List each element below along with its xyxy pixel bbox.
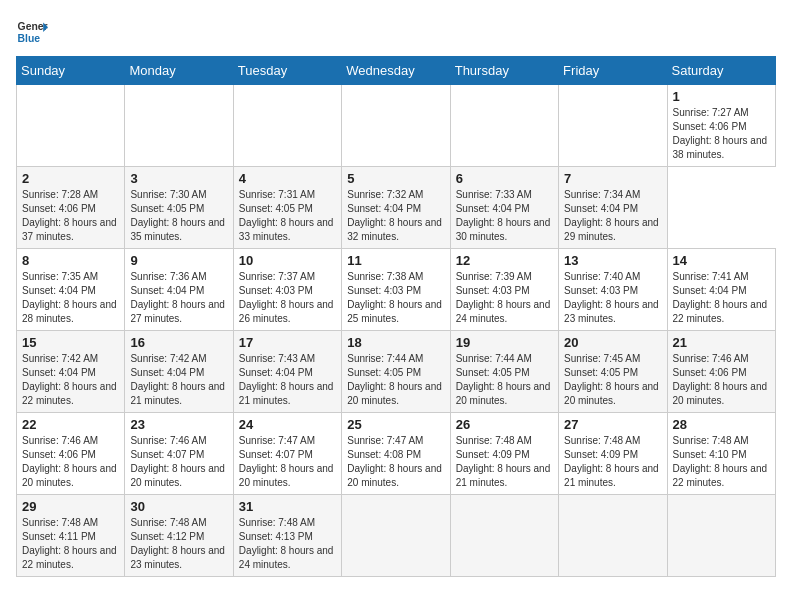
calendar-cell: 25 Sunrise: 7:47 AMSunset: 4:08 PMDaylig…	[342, 413, 450, 495]
day-number: 22	[22, 417, 119, 432]
calendar-cell	[125, 85, 233, 167]
day-info: Sunrise: 7:27 AMSunset: 4:06 PMDaylight:…	[673, 106, 770, 162]
day-info: Sunrise: 7:36 AMSunset: 4:04 PMDaylight:…	[130, 270, 227, 326]
calendar-table: SundayMondayTuesdayWednesdayThursdayFrid…	[16, 56, 776, 577]
day-info: Sunrise: 7:48 AMSunset: 4:09 PMDaylight:…	[456, 434, 553, 490]
day-number: 17	[239, 335, 336, 350]
weekday-saturday: Saturday	[667, 57, 775, 85]
calendar-cell: 1 Sunrise: 7:27 AMSunset: 4:06 PMDayligh…	[667, 85, 775, 167]
day-number: 9	[130, 253, 227, 268]
day-number: 18	[347, 335, 444, 350]
calendar-cell: 20 Sunrise: 7:45 AMSunset: 4:05 PMDaylig…	[559, 331, 667, 413]
day-info: Sunrise: 7:33 AMSunset: 4:04 PMDaylight:…	[456, 188, 553, 244]
calendar-cell: 6 Sunrise: 7:33 AMSunset: 4:04 PMDayligh…	[450, 167, 558, 249]
day-number: 6	[456, 171, 553, 186]
calendar-cell	[233, 85, 341, 167]
day-number: 12	[456, 253, 553, 268]
day-info: Sunrise: 7:47 AMSunset: 4:07 PMDaylight:…	[239, 434, 336, 490]
day-number: 4	[239, 171, 336, 186]
day-info: Sunrise: 7:32 AMSunset: 4:04 PMDaylight:…	[347, 188, 444, 244]
calendar-cell	[450, 495, 558, 577]
calendar-cell: 24 Sunrise: 7:47 AMSunset: 4:07 PMDaylig…	[233, 413, 341, 495]
day-number: 30	[130, 499, 227, 514]
day-info: Sunrise: 7:42 AMSunset: 4:04 PMDaylight:…	[22, 352, 119, 408]
day-number: 3	[130, 171, 227, 186]
day-info: Sunrise: 7:41 AMSunset: 4:04 PMDaylight:…	[673, 270, 770, 326]
calendar-cell	[667, 495, 775, 577]
day-info: Sunrise: 7:48 AMSunset: 4:11 PMDaylight:…	[22, 516, 119, 572]
day-number: 8	[22, 253, 119, 268]
day-number: 26	[456, 417, 553, 432]
calendar-cell: 2 Sunrise: 7:28 AMSunset: 4:06 PMDayligh…	[17, 167, 125, 249]
day-number: 21	[673, 335, 770, 350]
calendar-cell	[342, 85, 450, 167]
day-number: 13	[564, 253, 661, 268]
day-number: 29	[22, 499, 119, 514]
calendar-cell	[342, 495, 450, 577]
day-number: 15	[22, 335, 119, 350]
day-info: Sunrise: 7:48 AMSunset: 4:13 PMDaylight:…	[239, 516, 336, 572]
weekday-header-row: SundayMondayTuesdayWednesdayThursdayFrid…	[17, 57, 776, 85]
calendar-cell: 8 Sunrise: 7:35 AMSunset: 4:04 PMDayligh…	[17, 249, 125, 331]
day-info: Sunrise: 7:44 AMSunset: 4:05 PMDaylight:…	[456, 352, 553, 408]
day-info: Sunrise: 7:38 AMSunset: 4:03 PMDaylight:…	[347, 270, 444, 326]
calendar-week-0: 1 Sunrise: 7:27 AMSunset: 4:06 PMDayligh…	[17, 85, 776, 167]
day-info: Sunrise: 7:42 AMSunset: 4:04 PMDaylight:…	[130, 352, 227, 408]
calendar-week-4: 22 Sunrise: 7:46 AMSunset: 4:06 PMDaylig…	[17, 413, 776, 495]
calendar-cell: 18 Sunrise: 7:44 AMSunset: 4:05 PMDaylig…	[342, 331, 450, 413]
calendar-cell: 16 Sunrise: 7:42 AMSunset: 4:04 PMDaylig…	[125, 331, 233, 413]
calendar-cell: 27 Sunrise: 7:48 AMSunset: 4:09 PMDaylig…	[559, 413, 667, 495]
calendar-cell: 7 Sunrise: 7:34 AMSunset: 4:04 PMDayligh…	[559, 167, 667, 249]
calendar-cell: 10 Sunrise: 7:37 AMSunset: 4:03 PMDaylig…	[233, 249, 341, 331]
calendar-cell: 11 Sunrise: 7:38 AMSunset: 4:03 PMDaylig…	[342, 249, 450, 331]
calendar-body: 1 Sunrise: 7:27 AMSunset: 4:06 PMDayligh…	[17, 85, 776, 577]
weekday-friday: Friday	[559, 57, 667, 85]
day-info: Sunrise: 7:43 AMSunset: 4:04 PMDaylight:…	[239, 352, 336, 408]
day-number: 1	[673, 89, 770, 104]
day-info: Sunrise: 7:45 AMSunset: 4:05 PMDaylight:…	[564, 352, 661, 408]
calendar-cell: 26 Sunrise: 7:48 AMSunset: 4:09 PMDaylig…	[450, 413, 558, 495]
day-number: 27	[564, 417, 661, 432]
weekday-thursday: Thursday	[450, 57, 558, 85]
day-info: Sunrise: 7:40 AMSunset: 4:03 PMDaylight:…	[564, 270, 661, 326]
calendar-cell	[17, 85, 125, 167]
calendar-cell: 13 Sunrise: 7:40 AMSunset: 4:03 PMDaylig…	[559, 249, 667, 331]
day-info: Sunrise: 7:28 AMSunset: 4:06 PMDaylight:…	[22, 188, 119, 244]
day-number: 7	[564, 171, 661, 186]
day-info: Sunrise: 7:31 AMSunset: 4:05 PMDaylight:…	[239, 188, 336, 244]
day-info: Sunrise: 7:46 AMSunset: 4:07 PMDaylight:…	[130, 434, 227, 490]
day-number: 16	[130, 335, 227, 350]
calendar-cell	[450, 85, 558, 167]
calendar-cell: 22 Sunrise: 7:46 AMSunset: 4:06 PMDaylig…	[17, 413, 125, 495]
day-number: 31	[239, 499, 336, 514]
day-info: Sunrise: 7:39 AMSunset: 4:03 PMDaylight:…	[456, 270, 553, 326]
page-header: General Blue	[16, 16, 776, 48]
logo: General Blue	[16, 16, 52, 48]
calendar-cell: 21 Sunrise: 7:46 AMSunset: 4:06 PMDaylig…	[667, 331, 775, 413]
calendar-cell: 4 Sunrise: 7:31 AMSunset: 4:05 PMDayligh…	[233, 167, 341, 249]
day-info: Sunrise: 7:46 AMSunset: 4:06 PMDaylight:…	[22, 434, 119, 490]
day-info: Sunrise: 7:48 AMSunset: 4:10 PMDaylight:…	[673, 434, 770, 490]
day-info: Sunrise: 7:35 AMSunset: 4:04 PMDaylight:…	[22, 270, 119, 326]
day-info: Sunrise: 7:44 AMSunset: 4:05 PMDaylight:…	[347, 352, 444, 408]
calendar-cell: 3 Sunrise: 7:30 AMSunset: 4:05 PMDayligh…	[125, 167, 233, 249]
weekday-monday: Monday	[125, 57, 233, 85]
day-number: 20	[564, 335, 661, 350]
calendar-cell: 5 Sunrise: 7:32 AMSunset: 4:04 PMDayligh…	[342, 167, 450, 249]
day-number: 28	[673, 417, 770, 432]
calendar-week-2: 8 Sunrise: 7:35 AMSunset: 4:04 PMDayligh…	[17, 249, 776, 331]
day-info: Sunrise: 7:34 AMSunset: 4:04 PMDaylight:…	[564, 188, 661, 244]
calendar-cell	[559, 495, 667, 577]
day-number: 10	[239, 253, 336, 268]
day-number: 25	[347, 417, 444, 432]
day-info: Sunrise: 7:48 AMSunset: 4:09 PMDaylight:…	[564, 434, 661, 490]
calendar-cell: 17 Sunrise: 7:43 AMSunset: 4:04 PMDaylig…	[233, 331, 341, 413]
calendar-cell: 15 Sunrise: 7:42 AMSunset: 4:04 PMDaylig…	[17, 331, 125, 413]
day-info: Sunrise: 7:30 AMSunset: 4:05 PMDaylight:…	[130, 188, 227, 244]
day-info: Sunrise: 7:46 AMSunset: 4:06 PMDaylight:…	[673, 352, 770, 408]
day-number: 5	[347, 171, 444, 186]
calendar-week-5: 29 Sunrise: 7:48 AMSunset: 4:11 PMDaylig…	[17, 495, 776, 577]
calendar-cell: 30 Sunrise: 7:48 AMSunset: 4:12 PMDaylig…	[125, 495, 233, 577]
weekday-sunday: Sunday	[17, 57, 125, 85]
day-number: 24	[239, 417, 336, 432]
